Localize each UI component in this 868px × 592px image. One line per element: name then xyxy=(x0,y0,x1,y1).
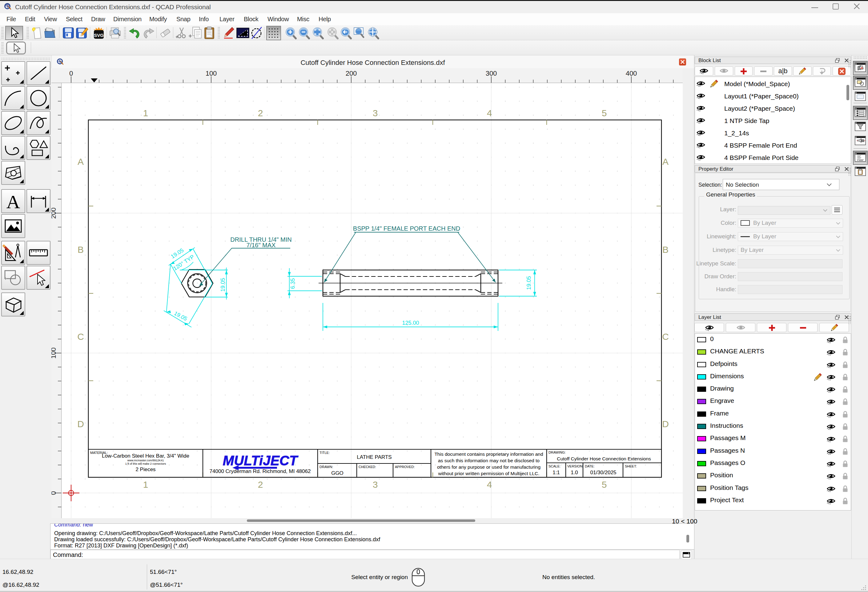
svg-text:19.05: 19.05 xyxy=(220,278,226,292)
svg-text:as such this information may n: as such this information may not be disc… xyxy=(438,458,540,463)
svg-text:1:1: 1:1 xyxy=(552,470,560,476)
svg-text:Cutoff Cylinder Hose Connectio: Cutoff Cylinder Hose Connection Extensio… xyxy=(557,456,651,461)
svg-text:others for any purpose or used: others for any purpose or used for manuf… xyxy=(437,464,540,470)
svg-text:3: 3 xyxy=(373,108,378,118)
svg-text:CHECKED:: CHECKED: xyxy=(359,465,376,469)
svg-text:DATE:: DATE: xyxy=(585,464,595,468)
svg-text:C: C xyxy=(77,331,84,342)
svg-text:200: 200 xyxy=(345,69,357,77)
svg-text:1: 1 xyxy=(143,108,148,118)
svg-text:APPROVED:: APPROVED: xyxy=(395,465,415,469)
svg-text:D: D xyxy=(662,419,669,429)
svg-text:400: 400 xyxy=(626,69,637,77)
svg-text:Low-Carbon Steel Hex Bar, 3/4": Low-Carbon Steel Hex Bar, 3/4" Wide xyxy=(102,453,189,459)
svg-text:SVG: SVG xyxy=(94,32,104,38)
svg-text:300: 300 xyxy=(486,69,497,77)
svg-text:200: 200 xyxy=(52,208,57,219)
svg-text:3: 3 xyxy=(373,479,378,490)
svg-text:7/16" MAX: 7/16" MAX xyxy=(247,242,276,249)
svg-text:0: 0 xyxy=(52,491,57,495)
svg-text:GGO: GGO xyxy=(331,470,344,476)
svg-text:125.00: 125.00 xyxy=(402,320,419,326)
svg-text:100: 100 xyxy=(206,69,217,77)
svg-text:B: B xyxy=(662,244,669,255)
svg-text:100: 100 xyxy=(52,348,57,359)
svg-text:4: 4 xyxy=(487,479,492,490)
svg-text:D: D xyxy=(77,419,84,429)
svg-text:5: 5 xyxy=(602,479,607,490)
svg-text:2: 2 xyxy=(258,108,263,118)
svg-text:C: C xyxy=(662,331,669,342)
svg-text:without prior written permissi: without prior written permission of Mult… xyxy=(438,471,539,476)
svg-text:DRAWN:: DRAWN: xyxy=(319,465,333,469)
svg-text:2 Pieces: 2 Pieces xyxy=(136,467,155,473)
svg-text:01/30/2025: 01/30/2025 xyxy=(590,470,616,476)
svg-text:VERSION:: VERSION: xyxy=(567,464,584,468)
svg-text:BSPP 1/4" FEMALE PORT EACH END: BSPP 1/4" FEMALE PORT EACH END xyxy=(353,225,460,232)
svg-text:6.35: 6.35 xyxy=(289,278,296,289)
svg-text:TITLE:: TITLE: xyxy=(319,451,330,455)
svg-text:5: 5 xyxy=(602,108,607,118)
svg-text:2: 2 xyxy=(258,479,263,490)
svg-text:MULTiJECT: MULTiJECT xyxy=(223,453,298,468)
svg-text:4: 4 xyxy=(487,108,492,118)
svg-text:B: B xyxy=(78,244,84,255)
svg-text:A: A xyxy=(6,191,20,212)
svg-text:A: A xyxy=(662,156,669,167)
svg-text:This document contains proprie: This document contains proprietary infor… xyxy=(434,451,543,457)
svg-text:A: A xyxy=(78,156,84,167)
svg-text:SHEET:: SHEET: xyxy=(625,464,637,468)
svg-text:LATHE PARTS: LATHE PARTS xyxy=(357,454,391,460)
svg-text:19.05: 19.05 xyxy=(526,276,532,290)
svg-text:1.0: 1.0 xyxy=(571,470,578,476)
svg-text:1: 1 xyxy=(143,479,148,490)
svg-text:DRAWING:: DRAWING: xyxy=(549,451,566,454)
svg-text:0: 0 xyxy=(69,69,73,77)
svg-text:www.mcmaster.com/8912K41: www.mcmaster.com/8912K41 xyxy=(127,459,164,462)
svg-text:SCALE:: SCALE: xyxy=(549,464,561,468)
svg-text:74000 Cryderman Rd. Richmond,: 74000 Cryderman Rd. Richmond, MI 48062 xyxy=(210,468,311,474)
svg-text:1 ft of this will make 2 conne: 1 ft of this will make 2 connectors xyxy=(125,462,166,465)
